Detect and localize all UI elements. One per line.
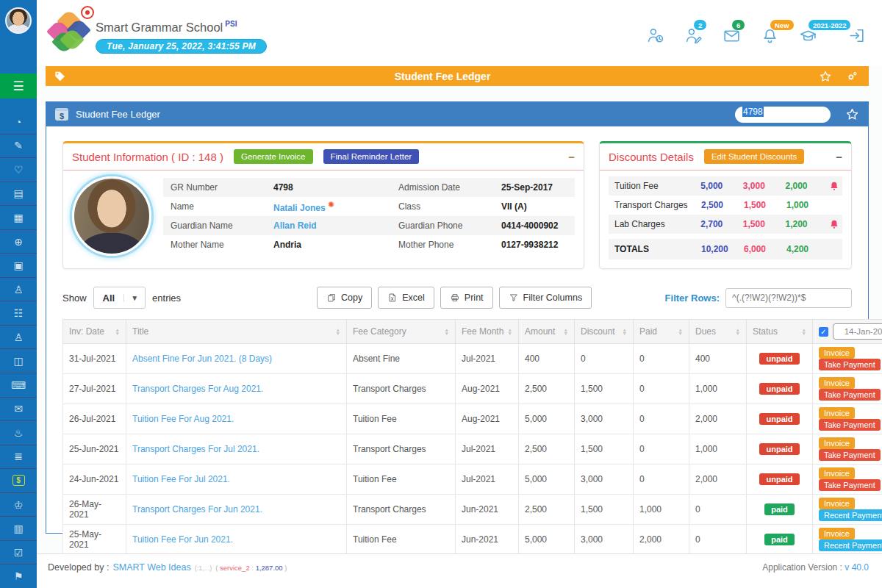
sidebar-item-certificates[interactable]: ▥: [0, 516, 37, 540]
sidebar-item-alumni[interactable]: ♔: [0, 492, 37, 517]
reminder-bell-icon[interactable]: [828, 219, 841, 229]
edit-discounts-button[interactable]: Edit Student Discounts: [704, 149, 804, 164]
favorite-star-icon[interactable]: [819, 70, 832, 83]
cell-title: Tuition Fee For Jul 2021.: [126, 465, 347, 495]
column-header[interactable]: Status▲▼: [747, 320, 813, 344]
search-input[interactable]: 4798: [735, 107, 831, 123]
generate-invoice-button[interactable]: Generate Invoice: [234, 149, 313, 164]
take-payment-button[interactable]: Take Payment: [819, 479, 881, 491]
cell-discount: 0: [575, 344, 634, 374]
sort-icon: ▲▼: [336, 328, 340, 335]
copy-button[interactable]: Copy: [317, 287, 372, 309]
take-payment-button[interactable]: Take Payment: [819, 449, 881, 461]
sidebar-item-student-health[interactable]: ♡: [0, 157, 37, 182]
column-header[interactable]: Amount▲▼: [519, 320, 575, 344]
invoice-button[interactable]: Invoice: [819, 377, 855, 389]
column-header[interactable]: Inv: Date▲▼: [63, 320, 126, 344]
sidebar-item-student-admission[interactable]: ✎: [0, 134, 37, 158]
messages-icon[interactable]: 6: [723, 26, 741, 45]
fee-title-link[interactable]: Tuition Fee For Jul 2021.: [132, 474, 230, 484]
take-payment-button[interactable]: Take Payment: [819, 419, 881, 431]
discounts-totals-row: TOTALS10,2006,0004,200: [609, 239, 842, 259]
sun-gear-icon[interactable]: ✺: [328, 200, 334, 209]
fee-title-link[interactable]: Transport Charges For Jul 2021.: [132, 444, 259, 454]
academic-year-icon[interactable]: 2021-2022: [799, 26, 817, 45]
collapse-minus-icon[interactable]: −: [568, 151, 575, 162]
invoice-button[interactable]: Invoice: [819, 407, 855, 419]
reminder-bell-icon[interactable]: [828, 181, 841, 191]
take-payment-button[interactable]: Take Payment: [819, 359, 881, 370]
column-header[interactable]: Paid▲▼: [634, 320, 689, 344]
field-value[interactable]: Natali Jones✺: [273, 200, 398, 213]
panel-star-icon[interactable]: [845, 107, 859, 121]
totals-discount: 6,000: [744, 244, 786, 254]
student-info-row: GR Number4798Admission Date25-Sep-2017: [163, 178, 575, 197]
cell-date: 31-Jul-2021: [63, 344, 126, 374]
user-edit-icon[interactable]: 2: [684, 26, 703, 45]
sidebar-item-tasks[interactable]: ☑: [0, 540, 37, 564]
sidebar-item-id-cards[interactable]: ▦: [0, 205, 37, 229]
logout-icon[interactable]: [847, 26, 866, 45]
sidebar-item-students[interactable]: ♙: [0, 277, 37, 301]
sidebar-item-website[interactable]: ⊕: [0, 229, 37, 254]
sidebar-item-library[interactable]: ≣: [0, 445, 37, 469]
sidebar-item-fee-ledger[interactable]: $: [0, 468, 37, 492]
sidebar-item-inventory[interactable]: ▣: [0, 253, 37, 277]
invoice-button[interactable]: Invoice: [819, 437, 855, 449]
cell-category: Transport Charges: [347, 434, 456, 465]
excel-button[interactable]: Excel: [378, 287, 434, 309]
sidebar-item-courses[interactable]: ⚑: [0, 564, 37, 588]
user-avatar[interactable]: [5, 7, 32, 34]
column-header[interactable]: Title▲▼: [126, 320, 347, 344]
filter-columns-button[interactable]: Filter Columns: [499, 287, 592, 309]
developer-link[interactable]: SMART Web Ideas: [112, 562, 190, 573]
recent-payment-button[interactable]: Recent Payment: [819, 539, 882, 551]
sidebar-item-dashboard[interactable]: ◔: [0, 110, 37, 134]
notifications-icon[interactable]: New: [761, 26, 779, 45]
fee-title-link[interactable]: Transport Charges For Aug 2021.: [132, 384, 263, 394]
invoice-button[interactable]: Invoice: [819, 467, 855, 479]
fee-title-link[interactable]: Absent Fine For Jun 2021. (8 Days): [132, 354, 272, 364]
sidebar-item-fee-collection[interactable]: ▤: [0, 182, 37, 206]
invoice-button[interactable]: Invoice: [819, 498, 855, 509]
fee-title-link[interactable]: Tuition Fee For Aug 2021.: [132, 414, 234, 424]
fee-amount: 2,700: [700, 219, 743, 229]
column-header[interactable]: Dues▲▼: [689, 320, 747, 344]
cell-actions: InvoiceTake Payment: [813, 465, 882, 495]
column-header[interactable]: Fee Month▲▼: [456, 320, 519, 344]
school-name: Smart Grammar SchoolPSI: [96, 20, 237, 35]
entries-select-value: All: [94, 293, 124, 304]
invoice-button[interactable]: Invoice: [819, 528, 855, 539]
status-badge: unpaid: [759, 353, 799, 365]
field-value[interactable]: Allan Reid: [273, 220, 398, 231]
sidebar-item-attendance[interactable]: ☷: [0, 301, 37, 325]
user-session-icon[interactable]: [646, 26, 664, 45]
column-header[interactable]: Discount▲▼: [575, 320, 634, 344]
fee-ledger-icon: $: [12, 475, 25, 486]
take-payment-button[interactable]: Take Payment: [819, 389, 881, 401]
cell-amount: 2,500: [519, 374, 575, 404]
entries-select[interactable]: All ▼: [93, 287, 146, 309]
date-filter-input[interactable]: [833, 323, 882, 340]
filter-rows-input[interactable]: [725, 288, 852, 308]
hamburger-icon: ☰: [12, 79, 24, 94]
cell-paid: 0: [634, 404, 689, 434]
library-icon: ≣: [14, 451, 23, 462]
sidebar-item-birthdays[interactable]: ♨: [0, 420, 37, 445]
print-button[interactable]: Print: [440, 287, 493, 309]
sidebar-item-gallery[interactable]: ◫: [0, 348, 37, 373]
recent-payment-button[interactable]: Recent Payment: [819, 509, 882, 521]
fee-title-link[interactable]: Tuition Fee For Jun 2021.: [132, 534, 233, 545]
menu-toggle-button[interactable]: ☰: [0, 74, 37, 98]
date-filter-checkbox[interactable]: ✓: [819, 327, 828, 337]
invoice-button[interactable]: Invoice: [819, 347, 855, 359]
settings-gears-icon[interactable]: [845, 70, 858, 83]
fee-net: 1,200: [785, 219, 828, 229]
sidebar-item-staff[interactable]: ♙: [0, 325, 37, 349]
fee-title-link[interactable]: Transport Charges For Jun 2021.: [132, 504, 262, 514]
column-header[interactable]: Fee Category▲▼: [347, 320, 456, 344]
final-reminder-button[interactable]: Final Reminder Letter: [323, 149, 420, 164]
sidebar-item-computer-lab[interactable]: ⌨: [0, 373, 37, 397]
collapse-minus-icon[interactable]: −: [836, 151, 842, 162]
sidebar-item-mail-info[interactable]: ✉: [0, 397, 37, 421]
